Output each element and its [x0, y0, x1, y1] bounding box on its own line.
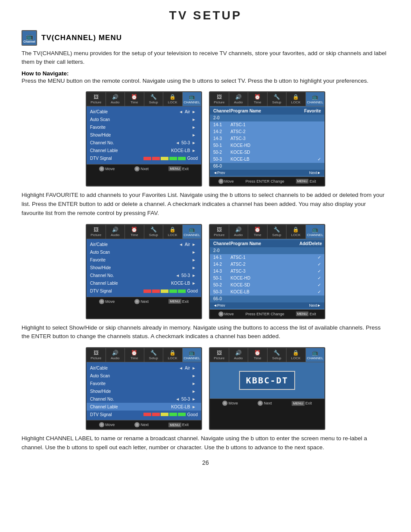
- tv-topbar-2: 🖼 Picture 🔊 Audio ⏰ Time 🔧 Setup 🔒: [87, 225, 201, 239]
- tab-lock: 🔒 LOCK: [163, 92, 183, 106]
- menu-row-showhide-3: Show/Hide ►: [87, 387, 201, 395]
- channel-row-ad: 2-0: [210, 247, 324, 254]
- setup-icon: 🔧: [150, 94, 157, 100]
- channel-row: 2-0: [210, 115, 324, 121]
- bottom-exit-ch1: MENU Exit: [296, 179, 316, 184]
- channel-row-ad: 14-1ATSC-1✓: [210, 254, 324, 261]
- screens-row-2: 🖼 Picture 🔊 Audio ⏰ Time 🔧 Setup 🔒: [22, 224, 389, 319]
- tv-bottom-bar-2: ⊙ Move ⊙ Next MENU Exit: [87, 297, 201, 306]
- menu-row-favorite: Favorite ►: [87, 124, 201, 131]
- channel-label-display: KBBC-DT: [239, 371, 295, 390]
- menu-row-showhide: Show/Hide ►: [87, 131, 201, 139]
- bottom-exit-ch2: MENU Exit: [296, 311, 316, 316]
- channel-list-2: Channel Program Name Add/Delete 2-0 14-1…: [210, 239, 324, 309]
- tab-time-r: ⏰ Time: [248, 92, 268, 106]
- menu-row-dtvsignal-2: DTV Signal Good: [87, 287, 201, 295]
- menu-row-dtvsignal-3: DTV Signal Good: [87, 411, 201, 418]
- channel-list-header-1: Channel Program Name Favorite: [210, 107, 324, 115]
- screens-row-3: 🖼 Picture 🔊 Audio ⏰ Time 🔧 Setup 🔒: [22, 347, 389, 430]
- tab-picture-ch2: 🖼 Picture: [210, 225, 229, 239]
- tv-bottom-bar-3: ⊙ Move ⊙ Next MENU Exit: [87, 420, 201, 429]
- channel-row: 66-0: [210, 163, 324, 170]
- tab-time-3: ⏰ Time: [125, 348, 144, 362]
- menu-row-autoscan: Auto Scan ►: [87, 116, 201, 124]
- menu-row-channelno-2: Channel No. ◄ 50-3 ►: [87, 272, 201, 280]
- menu-row-favorite-2: Favorite ►: [87, 256, 201, 264]
- page: TV SETUP 📺 Channel TV(CHANNEL) MENU The …: [0, 0, 411, 532]
- time-icon: ⏰: [131, 94, 137, 100]
- tab-channel-lbl: 📺 CHANNEL: [306, 348, 325, 362]
- tab-lock-3: 🔒 LOCK: [163, 348, 183, 362]
- bottom-press-ch1: Press ENTER Change: [246, 179, 284, 184]
- label-screen-body: KBBC-DT: [210, 362, 324, 398]
- signal-bar-green: [169, 157, 177, 160]
- page-number: 26: [22, 459, 389, 466]
- tab-audio-ch2: 🔊 Audio: [229, 225, 249, 239]
- tv-label-screen: 🖼 Picture 🔊 Audio ⏰ Time 🔧 Setup 🔒: [209, 347, 325, 430]
- tv-topbar-lbl: 🖼 Picture 🔊 Audio ⏰ Time 🔧 Setup 🔒: [210, 348, 324, 362]
- menu-row-channellable: Channel Lable KOCE-LB ►: [87, 147, 201, 155]
- channel-row: 50-3KOCE-LB✓: [210, 156, 324, 163]
- tv-channel-screen-1: 🖼 Picture 🔊 Audio ⏰ Time 🔧 Setup 🔒: [209, 91, 325, 187]
- channel-row: 14-1ATSC-1: [210, 121, 324, 128]
- tab-audio: 🔊 Audio: [106, 92, 125, 106]
- bottom-next-lbl: ⊙ Next: [258, 401, 272, 406]
- section-title: TV(CHANNEL) MENU: [41, 34, 122, 42]
- menu-row-autoscan-2: Auto Scan ►: [87, 249, 201, 256]
- menu-row-aircable-2: Air/Cable ◄ Air ►: [87, 241, 201, 249]
- channel-row: 14-2ATSC-2: [210, 128, 324, 135]
- bottom-move-ch1: ⊙ Move: [218, 179, 234, 184]
- tv-topbar-ch2: 🖼 Picture 🔊 Audio ⏰ Time 🔧 Setup 🔒: [210, 225, 324, 239]
- tab-picture-3: 🖼 Picture: [87, 348, 106, 362]
- tab-setup-r: 🔧 Setup: [268, 92, 287, 106]
- channel-row: 50-1KOCE-HD: [210, 142, 324, 149]
- bottom-exit-3: MENU Exit: [168, 423, 189, 427]
- tab-picture-r: 🖼 Picture: [210, 92, 229, 106]
- channel-row: 14-3ATSC-3: [210, 135, 324, 142]
- bottom-move-2: ⊙ Move: [99, 299, 115, 304]
- tab-channel: 📺 CHANNEL: [183, 92, 202, 106]
- menu-row-favorite-3: Favorite ►: [87, 380, 201, 387]
- menu-row-aircable-3: Air/Cable ◄ Air ►: [87, 364, 201, 372]
- tab-setup-3: 🔧 Setup: [144, 348, 164, 362]
- tab-time-2: ⏰ Time: [125, 225, 144, 239]
- nav-text: Press the MENU button on the remote cont…: [22, 77, 389, 85]
- picture-icon: 🖼: [93, 94, 99, 100]
- tab-audio-2: 🔊 Audio: [106, 225, 125, 239]
- channel-row: 50-2KOCE-SD: [210, 149, 324, 156]
- channel-list-header-2: Channel Program Name Add/Delete: [210, 240, 324, 247]
- tv-topbar-3: 🖼 Picture 🔊 Audio ⏰ Time 🔧 Setup 🔒: [87, 348, 201, 362]
- tv-bottom-bar-ch1: ⊙ Move Press ENTER Change MENU Exit: [210, 177, 324, 186]
- tv-menu-body-3: Air/Cable ◄ Air ► Auto Scan ► Favorite ►…: [87, 362, 201, 420]
- signal-bar-green2: [178, 157, 186, 160]
- bottom-press-ch2: Press ENTER Change: [246, 312, 284, 316]
- tab-channel-r: 📺 CHANNEL: [306, 92, 325, 106]
- tab-setup-2: 🔧 Setup: [144, 225, 164, 239]
- bottom-next-2: ⊙ Next: [134, 299, 149, 304]
- menu-row-autoscan-3: Auto Scan ►: [87, 372, 201, 380]
- move-circle-icon: ⊙: [99, 166, 104, 171]
- screens-row-1: 🖼 Picture 🔊 Audio ⏰ Time 🔧 Setup 🔒: [22, 91, 389, 187]
- showhide-text: Highlight to select Show/Hide or skip ch…: [22, 324, 389, 342]
- next-circle-icon: ⊙: [134, 166, 140, 171]
- tv-bottom-bar-lbl: ⊙ Move ⊙ Next MENU Exit: [210, 398, 324, 408]
- tv-topbar-1: 🖼 Picture 🔊 Audio ⏰ Time 🔧 Setup 🔒: [87, 92, 201, 106]
- section-header: 📺 Channel TV(CHANNEL) MENU: [22, 30, 389, 46]
- tab-time: ⏰ Time: [125, 92, 144, 106]
- tab-setup-ch2: 🔧 Setup: [268, 225, 287, 239]
- page-title: TV SETUP: [22, 9, 389, 22]
- tv-menu-body-1: Air/Cable ◄ Air ► Auto Scan ► Favorite ►…: [87, 106, 201, 164]
- bottom-move-lbl: ⊙ Move: [222, 401, 238, 406]
- tab-channel-2: 📺 CHANNEL: [183, 225, 202, 239]
- bottom-next: ⊙ Nxet: [134, 166, 149, 171]
- audio-icon: 🔊: [112, 94, 118, 100]
- tv-menu-screen-2: 🖼 Picture 🔊 Audio ⏰ Time 🔧 Setup 🔒: [86, 224, 202, 319]
- bottom-next-3: ⊙ Next: [134, 422, 149, 427]
- tab-time-ch2: ⏰ Time: [248, 225, 268, 239]
- bottom-exit: MENU Exit: [168, 166, 189, 171]
- label-text: Highlight CHANNEL LABEL to name or renam…: [22, 434, 389, 452]
- tab-picture: 🖼 Picture: [87, 92, 106, 106]
- tv-menu-screen-1: 🖼 Picture 🔊 Audio ⏰ Time 🔧 Setup 🔒: [86, 91, 202, 187]
- tv-menu-body-2: Air/Cable ◄ Air ► Auto Scan ► Favorite ►…: [87, 239, 201, 297]
- favourite-text: Highlight FAVOURITE to add channels to y…: [22, 191, 389, 218]
